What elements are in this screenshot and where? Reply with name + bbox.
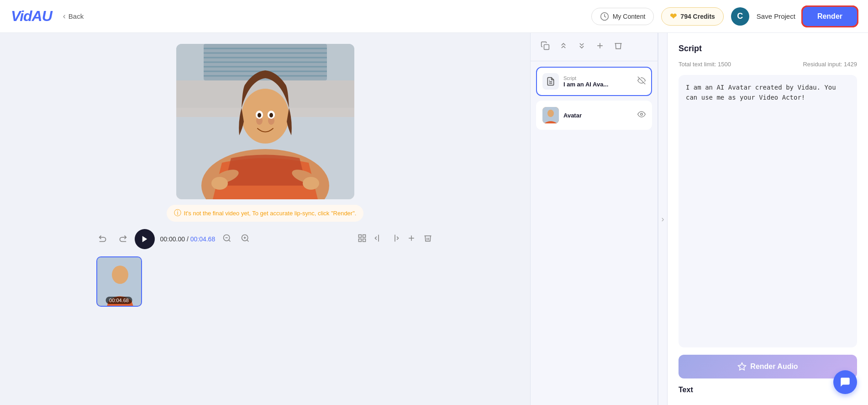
header-right: My Content ❤ 794 Credits C Save Project … [591, 7, 857, 26]
timeline-right [356, 232, 434, 247]
render-button[interactable]: Render [803, 7, 857, 26]
time-display: 00:00.00 / 00:04.68 [160, 235, 216, 243]
play-button[interactable] [135, 229, 155, 249]
move-down-button[interactable] [576, 40, 587, 53]
render-audio-button[interactable]: Render Audio [679, 355, 857, 378]
add-clip-button[interactable] [405, 232, 418, 247]
user-avatar[interactable]: C [731, 7, 749, 26]
svg-point-16 [303, 177, 319, 190]
avatar-visibility-toggle[interactable] [637, 110, 646, 120]
svg-rect-34 [363, 234, 365, 237]
script-scene-info: Script I am an AI Ava... [563, 75, 633, 88]
clip-thumbnail[interactable]: 00:04.68 [96, 256, 142, 307]
back-label: Back [68, 12, 84, 20]
avatar-scene-info: Avatar [563, 112, 633, 119]
logo: VidAU [11, 8, 52, 25]
fit-button[interactable] [356, 232, 368, 247]
svg-point-23 [258, 113, 261, 117]
script-scene-title: I am an AI Ava... [563, 81, 633, 88]
svg-marker-25 [142, 236, 147, 242]
warning-banner: ⓘ It's not the final video yet, To get a… [167, 205, 364, 222]
clip-duration: 00:04.68 [105, 297, 132, 304]
split-left-button[interactable] [372, 232, 385, 247]
chat-icon [839, 376, 851, 388]
heart-icon: ❤ [670, 11, 677, 21]
scene-toolbar [531, 33, 658, 61]
svg-point-24 [269, 113, 273, 117]
back-arrow-icon: ‹ [63, 11, 66, 21]
copy-scene-button[interactable] [540, 40, 551, 53]
eye-strikethrough-icon [637, 76, 646, 85]
svg-line-27 [229, 240, 231, 241]
redo-button[interactable] [116, 231, 129, 247]
sparkle-icon [737, 362, 747, 371]
residual-input: Residual input: 1429 [803, 61, 857, 68]
zoom-out-button[interactable] [221, 232, 233, 247]
video-person-bg [176, 44, 354, 199]
scene-item-avatar[interactable]: Avatar [536, 101, 652, 130]
time-separator: / [187, 235, 190, 243]
text-section-title: Text [679, 386, 857, 394]
time-total: 00:04.68 [190, 235, 216, 243]
save-project-button[interactable]: Save Project [757, 12, 795, 20]
back-button[interactable]: ‹ Back [63, 11, 84, 21]
avatar-scene-title: Avatar [563, 112, 633, 119]
svg-point-15 [211, 177, 228, 190]
header-left: VidAU ‹ Back [11, 8, 84, 25]
delete-clip-button[interactable] [421, 232, 434, 247]
panel-collapse-handle[interactable]: › [658, 33, 667, 405]
time-current: 00:00.00 [160, 235, 185, 243]
script-panel: Script Total text limit: 1500 Residual i… [667, 33, 868, 405]
svg-point-50 [547, 110, 554, 117]
video-panel: ⓘ It's not the final video yet, To get a… [0, 33, 530, 405]
svg-rect-36 [363, 239, 365, 241]
scene-panel: Script I am an AI Ava... [530, 33, 658, 405]
credits-label: 794 Credits [680, 13, 715, 20]
warning-text: It's not the final video yet, To get acc… [184, 210, 357, 217]
chevron-right-icon: › [662, 214, 664, 224]
delete-scene-button[interactable] [613, 40, 624, 53]
svg-rect-35 [358, 239, 361, 241]
video-preview [176, 44, 354, 199]
undo-button[interactable] [96, 231, 110, 247]
clip-strip: 00:04.68 [96, 256, 434, 307]
svg-rect-43 [544, 45, 549, 50]
timeline-controls: 00:00.00 / 00:04.68 [96, 229, 434, 249]
credits-button[interactable]: ❤ 794 Credits [661, 7, 723, 26]
script-scene-label: Script [563, 75, 633, 81]
script-textarea[interactable] [679, 75, 857, 347]
add-scene-button[interactable] [594, 40, 605, 53]
move-up-button[interactable] [558, 40, 569, 53]
my-content-label: My Content [613, 13, 646, 20]
script-icon [546, 77, 555, 86]
split-right-button[interactable] [389, 232, 401, 247]
person-svg [176, 44, 354, 199]
chat-bubble-button[interactable] [833, 370, 857, 394]
zoom-in-button[interactable] [239, 232, 252, 247]
eye-icon [637, 110, 646, 118]
total-text-limit: Total text limit: 1500 [679, 61, 731, 68]
scene-list: Script I am an AI Ava... [531, 61, 658, 405]
script-visibility-toggle[interactable] [637, 76, 646, 86]
svg-point-18 [242, 89, 289, 144]
user-initial: C [737, 11, 743, 21]
svg-line-30 [247, 240, 249, 241]
clock-icon [600, 12, 609, 21]
warning-icon: ⓘ [174, 208, 181, 218]
header: VidAU ‹ Back My Content ❤ 794 Credits C … [0, 0, 868, 33]
my-content-button[interactable]: My Content [591, 8, 654, 25]
script-icon-bg [542, 73, 559, 90]
main-layout: ⓘ It's not the final video yet, To get a… [0, 33, 868, 405]
svg-rect-33 [358, 234, 361, 237]
script-panel-title: Script [679, 44, 857, 53]
scene-item-script[interactable]: Script I am an AI Ava... [536, 67, 652, 96]
svg-point-51 [641, 113, 643, 116]
avatar-thumb-svg [542, 107, 559, 123]
avatar-thumb [542, 107, 559, 123]
script-meta: Total text limit: 1500 Residual input: 1… [679, 61, 857, 68]
svg-point-42 [112, 266, 128, 284]
render-audio-label: Render Audio [750, 362, 798, 371]
